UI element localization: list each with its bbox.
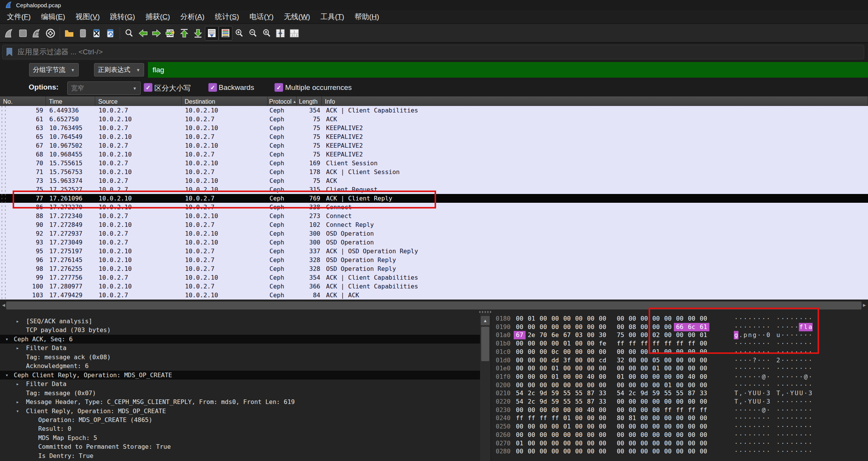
collapsed-arrow-icon[interactable]: ▸ (16, 317, 19, 326)
detail-tree-line[interactable]: ▾Ceph ACK, Seq: 6 (0, 335, 480, 344)
auto-scroll-toggle-icon[interactable] (205, 26, 219, 41)
hex-byte[interactable]: ff (674, 339, 686, 348)
hex-byte[interactable]: 32 (615, 356, 626, 365)
ascii-char[interactable]: · (761, 389, 766, 397)
ascii-char[interactable]: · (738, 431, 743, 439)
hex-byte[interactable]: 00 (597, 447, 608, 456)
hex-byte[interactable]: 00 (698, 414, 709, 422)
ascii-char[interactable]: T (776, 389, 780, 397)
ascii-char[interactable]: · (794, 381, 799, 389)
hex-byte[interactable]: 00 (674, 439, 686, 448)
hex-byte[interactable]: 00 (662, 414, 674, 422)
packet-row[interactable]: 10317.47942910.0.2.710.0.2.10Ceph84ACK |… (0, 291, 868, 300)
ascii-char[interactable]: · (803, 356, 808, 365)
ascii-char[interactable]: · (808, 439, 813, 448)
hex-byte[interactable]: 00 (638, 348, 650, 356)
hex-row[interactable]: 01a0672e706e670300307500000200000001g.pn… (491, 331, 868, 339)
hex-byte[interactable]: 00 (615, 381, 626, 389)
ascii-char[interactable]: · (752, 431, 757, 439)
ascii-char[interactable]: · (799, 447, 803, 456)
ascii-char[interactable]: · (799, 381, 803, 389)
ascii-char[interactable]: · (757, 323, 761, 331)
ascii-char[interactable]: T (734, 397, 738, 406)
hex-byte[interactable]: 00 (650, 406, 662, 414)
hex-byte[interactable]: 00 (514, 348, 526, 356)
hex-byte[interactable]: 00 (650, 447, 662, 456)
case-sensitive-checkbox[interactable] (144, 83, 153, 92)
ascii-char[interactable]: · (780, 373, 785, 381)
hex-byte[interactable]: 67 (514, 331, 526, 339)
hex-byte[interactable]: 01 (650, 348, 662, 356)
hex-byte[interactable]: 00 (549, 323, 561, 331)
ascii-char[interactable]: · (803, 364, 808, 373)
ascii-char[interactable]: Y (748, 397, 752, 406)
expanded-arrow-icon[interactable]: ▾ (16, 407, 19, 415)
hex-byte[interactable]: 00 (526, 381, 537, 389)
ascii-char[interactable]: · (734, 447, 738, 456)
ascii-char[interactable]: · (757, 314, 761, 323)
hex-byte[interactable]: 87 (686, 389, 698, 397)
search-scope-select[interactable]: 分组字节流 ▼ (29, 63, 79, 77)
ascii-char[interactable]: · (761, 331, 766, 339)
hex-byte[interactable]: 00 (615, 323, 626, 331)
ascii-char[interactable]: · (738, 373, 743, 381)
ascii-char[interactable]: · (803, 331, 808, 339)
hex-byte[interactable]: 00 (597, 373, 608, 381)
ascii-char[interactable]: · (752, 414, 757, 422)
ascii-char[interactable]: · (808, 447, 813, 456)
hex-byte[interactable]: 70 (537, 331, 549, 339)
ascii-char[interactable]: · (785, 431, 790, 439)
packet-row[interactable]: 596.44933610.0.2.710.0.2.10Ceph354ACK | … (0, 106, 868, 115)
hex-byte[interactable]: 00 (549, 314, 561, 323)
ascii-char[interactable]: · (780, 331, 785, 339)
ascii-char[interactable]: · (799, 364, 803, 373)
hex-byte[interactable]: 75 (615, 331, 626, 339)
hex-byte[interactable]: 00 (514, 323, 526, 331)
ascii-char[interactable]: · (794, 364, 799, 373)
ascii-char[interactable]: · (743, 422, 748, 431)
hex-byte[interactable]: 55 (573, 397, 585, 406)
hex-byte[interactable]: 00 (585, 339, 597, 348)
ascii-char[interactable]: · (785, 397, 790, 406)
hex-byte[interactable]: ff (638, 339, 650, 348)
hex-byte[interactable]: 33 (698, 389, 709, 397)
ascii-char[interactable]: · (738, 439, 743, 448)
hex-byte[interactable]: 00 (615, 439, 626, 448)
ascii-char[interactable]: · (794, 356, 799, 365)
ascii-char[interactable]: · (752, 339, 757, 348)
hex-byte[interactable]: 01 (561, 422, 573, 431)
ascii-char[interactable]: · (752, 323, 757, 331)
hex-byte[interactable]: 01 (549, 373, 561, 381)
hex-byte[interactable]: 00 (573, 339, 585, 348)
hex-byte[interactable]: 00 (514, 381, 526, 389)
hex-byte[interactable]: 00 (686, 439, 698, 448)
close-file-icon[interactable] (90, 26, 104, 41)
hex-byte[interactable]: 00 (526, 422, 537, 431)
hex-byte[interactable]: 00 (626, 406, 638, 414)
ascii-char[interactable]: · (808, 331, 813, 339)
column-header-info[interactable]: Info (322, 96, 868, 106)
colorize-toggle-icon[interactable] (219, 26, 232, 41)
hex-row[interactable]: 01f000000001000040000100000000004000····… (491, 373, 868, 381)
ascii-char[interactable]: · (743, 389, 748, 397)
ascii-char[interactable]: · (734, 414, 738, 422)
hex-byte[interactable]: 00 (662, 397, 674, 406)
ascii-char[interactable]: · (743, 348, 748, 356)
packet-row[interactable]: 9517.27519710.0.2.1010.0.2.7Ceph337ACK |… (0, 247, 868, 256)
ascii-char[interactable]: · (785, 356, 790, 365)
ascii-char[interactable]: · (748, 348, 752, 356)
ascii-char[interactable]: · (766, 406, 771, 414)
ascii-char[interactable]: · (743, 431, 748, 439)
ascii-char[interactable]: · (752, 364, 757, 373)
ascii-char[interactable]: · (790, 373, 794, 381)
hex-byte[interactable]: 00 (686, 447, 698, 456)
ascii-char[interactable]: · (794, 348, 799, 356)
ascii-char[interactable]: · (799, 406, 803, 414)
scroll-right-icon[interactable]: ► (862, 302, 867, 308)
hex-byte[interactable]: 55 (662, 389, 674, 397)
hex-row[interactable]: 028000000000000000000000000000000000····… (491, 447, 868, 456)
hex-byte[interactable]: 00 (638, 381, 650, 389)
ascii-char[interactable]: 3 (808, 389, 813, 397)
ascii-char[interactable]: · (738, 414, 743, 422)
ascii-char[interactable]: · (780, 356, 785, 365)
